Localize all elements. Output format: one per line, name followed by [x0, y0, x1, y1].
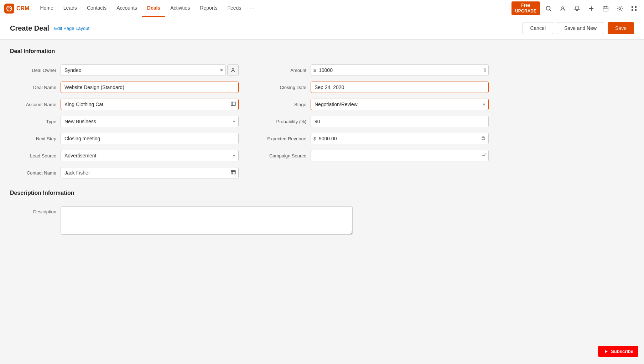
type-select[interactable]: New Business [61, 116, 239, 127]
amount-input[interactable] [311, 64, 489, 76]
probability-row: Probability (%) [260, 116, 489, 127]
description-row: Description [10, 206, 489, 235]
logo-icon [4, 4, 14, 14]
deal-owner-person-button[interactable] [227, 64, 239, 76]
settings-button[interactable] [614, 3, 625, 14]
save-button[interactable]: Save [608, 22, 634, 34]
account-name-input[interactable] [61, 99, 239, 110]
nav-item-contacts[interactable]: Contacts [82, 0, 111, 17]
expected-revenue-row: Expected Revenue $ [260, 133, 489, 144]
campaign-source-row: Campaign Source [260, 150, 489, 161]
app-logo[interactable]: CRM [4, 4, 29, 14]
contact-name-input[interactable] [61, 167, 239, 178]
description-section: Description Information Description [10, 190, 489, 235]
page-title: Create Deal [10, 24, 49, 32]
next-step-control-wrap [61, 133, 239, 144]
nav-more-button[interactable]: ··· [246, 0, 258, 17]
deal-owner-row: Deal Owner ▾ [10, 64, 239, 76]
closing-date-row: Closing Date [260, 82, 489, 93]
contact-name-control-wrap [61, 167, 239, 178]
search-icon [545, 5, 552, 12]
deal-name-label: Deal Name [10, 85, 56, 90]
contact-lookup-icon[interactable] [231, 170, 236, 176]
lead-source-select[interactable]: Advertisement [61, 150, 239, 161]
campaign-icon [481, 152, 486, 159]
svg-point-3 [562, 7, 564, 9]
deal-name-control-wrap [61, 82, 239, 93]
campaign-source-label: Campaign Source [260, 153, 306, 158]
header-actions: Cancel Save and New Save [523, 22, 634, 34]
gear-icon [617, 5, 623, 12]
nav-item-accounts[interactable]: Accounts [111, 0, 142, 17]
type-label: Type [10, 119, 56, 124]
nav-item-reports[interactable]: Reports [195, 0, 222, 17]
edit-layout-link[interactable]: Edit Page Layout [54, 26, 89, 31]
add-button[interactable] [586, 3, 597, 14]
svg-rect-16 [231, 102, 235, 106]
deal-name-input[interactable] [61, 82, 239, 93]
expected-revenue-input[interactable] [311, 133, 489, 144]
logo-text: CRM [16, 5, 29, 12]
type-row: Type New Business [10, 116, 239, 127]
contact-name-row: Contact Name [10, 167, 239, 178]
nav-item-activities[interactable]: Activities [165, 0, 195, 17]
free-upgrade-button[interactable]: Free UPGRADE [511, 1, 540, 15]
deal-owner-input[interactable] [61, 64, 226, 76]
next-step-input[interactable] [61, 133, 239, 144]
campaign-source-input[interactable] [311, 150, 489, 161]
svg-rect-19 [482, 137, 485, 140]
description-textarea[interactable] [61, 206, 353, 235]
amount-label: Amount [260, 68, 306, 73]
nav-item-feeds[interactable]: Feeds [222, 0, 246, 17]
type-control-wrap: New Business [61, 116, 239, 127]
lead-source-row: Lead Source Advertisement [10, 150, 239, 161]
probability-input[interactable] [311, 116, 489, 127]
stage-row: Stage Negotiation/Review [260, 99, 489, 110]
nav-item-leads[interactable]: Leads [58, 0, 82, 17]
deal-form-grid: Deal Owner ▾ Amount [10, 64, 489, 178]
person-icon [230, 68, 235, 73]
svg-rect-11 [632, 6, 633, 8]
description-section-title: Description Information [10, 190, 489, 199]
account-name-row: Account Name [10, 99, 239, 110]
svg-point-20 [485, 154, 486, 155]
svg-point-10 [619, 7, 621, 9]
page-header: Create Deal Edit Page Layout Cancel Save… [0, 17, 644, 40]
next-step-label: Next Step [10, 136, 56, 141]
svg-point-15 [232, 69, 234, 71]
svg-rect-14 [635, 9, 637, 11]
deal-name-row: Deal Name [10, 82, 239, 93]
notifications-button[interactable] [571, 3, 583, 14]
zoho-apps-button[interactable] [628, 3, 640, 14]
lookup-icon[interactable] [231, 102, 236, 108]
expected-revenue-control-wrap: $ [311, 133, 489, 144]
lock-icon [481, 135, 486, 142]
top-navigation: CRM Home Leads Contacts Accounts Deals A… [0, 0, 644, 17]
search-button[interactable] [543, 3, 554, 14]
svg-line-2 [550, 10, 551, 11]
lead-source-control-wrap: Advertisement [61, 150, 239, 161]
campaign-source-control-wrap [311, 150, 489, 161]
cancel-button[interactable]: Cancel [523, 22, 553, 34]
calendar-button[interactable] [600, 3, 611, 14]
contacts-icon [560, 5, 566, 12]
contacts-icon-button[interactable] [557, 3, 568, 14]
calendar-icon [602, 5, 609, 12]
svg-point-0 [7, 6, 12, 11]
expected-revenue-label: Expected Revenue [260, 136, 306, 141]
amount-row: Amount $ ℹ [260, 64, 489, 76]
nav-item-deals[interactable]: Deals [142, 0, 165, 17]
stage-select[interactable]: Negotiation/Review [311, 99, 489, 110]
save-and-new-button[interactable]: Save and New [557, 22, 604, 34]
bell-icon [574, 5, 580, 12]
svg-rect-13 [632, 9, 633, 11]
info-icon: ℹ [484, 67, 486, 73]
next-step-row: Next Step [10, 133, 239, 144]
closing-date-control-wrap [311, 82, 489, 93]
svg-rect-12 [635, 6, 637, 8]
nav-actions-area: Free UPGRADE [511, 1, 640, 15]
closing-date-input[interactable] [311, 82, 489, 93]
nav-item-home[interactable]: Home [35, 0, 58, 17]
lead-source-label: Lead Source [10, 153, 56, 158]
nav-items-list: Home Leads Contacts Accounts Deals Activ… [35, 0, 511, 17]
